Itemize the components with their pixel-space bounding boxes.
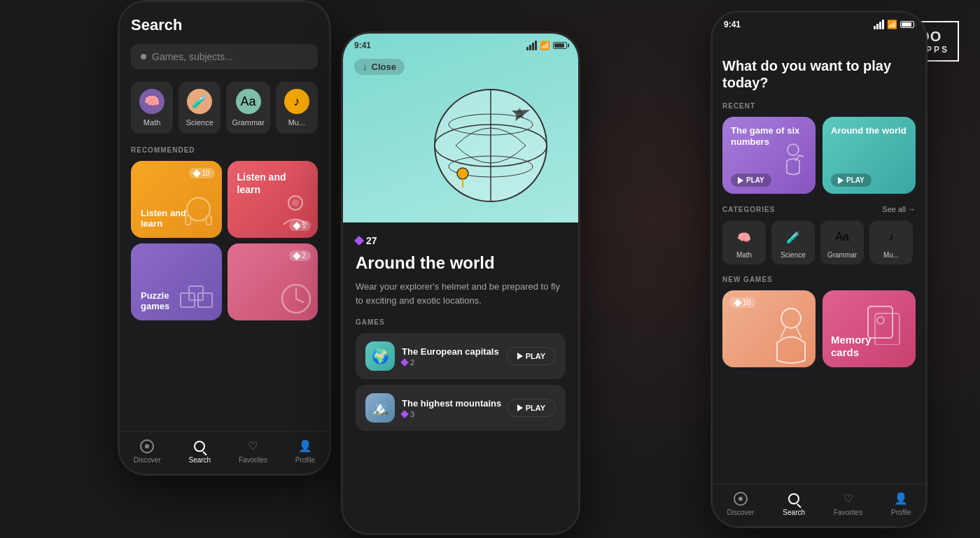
- card-puzzle-games[interactable]: Puzzlegames: [131, 243, 222, 320]
- new-games-section-header: NEW GAMES: [722, 276, 916, 283]
- nav-profile[interactable]: 👤 Profile: [295, 439, 315, 464]
- search-bar[interactable]: Games, subjects...: [131, 44, 318, 69]
- home-cat-math-label: Math: [736, 251, 752, 259]
- status-icons: 📶: [526, 41, 567, 50]
- person-new-game-illustration: [760, 304, 816, 367]
- play-recent-2[interactable]: PLAY: [831, 174, 872, 187]
- new-game-card-2[interactable]: Memorycards: [822, 290, 916, 367]
- games-section-label: GAMES: [356, 318, 566, 326]
- phone3-favorites-icon: ♡: [841, 491, 856, 507]
- play-button-1[interactable]: PLAY: [507, 347, 556, 365]
- svg-line-10: [296, 299, 303, 302]
- cards-grid: 10 Listen andlearn Listen andlearn: [131, 161, 318, 320]
- phone3-wifi-icon: 📶: [887, 20, 897, 29]
- nav-discover-label: Discover: [134, 456, 161, 464]
- phone3-discover-icon: [733, 491, 748, 507]
- cat-music[interactable]: ♪ Mu...: [276, 82, 318, 134]
- play-label-1: PLAY: [526, 352, 545, 360]
- home-cat-music[interactable]: ♪ Mu...: [869, 220, 913, 264]
- guitar-illustration: [774, 141, 813, 180]
- person-icon: 👤: [298, 441, 312, 452]
- cat-science[interactable]: 🧪 Science: [178, 82, 220, 134]
- game-name-1: The European capitals: [402, 346, 499, 357]
- discover-icon: [139, 439, 155, 454]
- phone3-nav-favorites-label: Favorites: [834, 509, 862, 516]
- close-arrow-icon: ↓: [363, 62, 368, 72]
- new-game-card-1[interactable]: 10: [722, 290, 816, 367]
- phone3-nav-search[interactable]: Search: [783, 491, 805, 516]
- svg-rect-20: [868, 306, 892, 338]
- game-row-2-left: 🏔️ The highest mountains 3: [365, 393, 501, 423]
- phone3-signal-icon: [874, 20, 884, 29]
- card-label-3: Puzzlegames: [141, 290, 169, 312]
- game-info-2: The highest mountains 3: [402, 398, 501, 418]
- phone3-nav-profile[interactable]: 👤 Profile: [891, 491, 911, 516]
- phone3-nav-discover[interactable]: Discover: [727, 491, 754, 516]
- home-cat-music-label: Mu...: [883, 251, 899, 259]
- home-cat-math[interactable]: 🧠 Math: [722, 220, 766, 264]
- cat-math[interactable]: 🧠 Math: [131, 82, 173, 134]
- game-row-2: 🏔️ The highest mountains 3 PLAY: [356, 385, 566, 431]
- nav-profile-label: Profile: [295, 456, 315, 464]
- phone3-status-bar: 9:41 📶: [713, 13, 925, 29]
- game-gems-1: 2: [402, 358, 499, 367]
- science-icon: 🧪: [187, 89, 212, 114]
- play-recent-1[interactable]: PLAY: [731, 174, 771, 187]
- phone3-screen: 9:41 📶 What do you want to play today? R…: [713, 13, 925, 526]
- phone-detail: 9:41 📶 ↓ Close: [341, 31, 580, 535]
- recent-card-1[interactable]: The game of six numbers PLAY: [722, 117, 816, 194]
- cat-grammar-label: Grammar: [232, 118, 264, 127]
- globe-illustration: [421, 69, 575, 222]
- search-dot-icon: [141, 54, 146, 59]
- phone3-bottom-nav: Discover Search ♡ Favorites 👤 Profile: [713, 483, 925, 526]
- phone2-screen: 9:41 📶 ↓ Close: [343, 34, 578, 533]
- phone-search: Search Games, subjects... 🧠 Math 🧪 Scien…: [118, 0, 331, 476]
- wifi-icon: 📶: [540, 41, 550, 50]
- puzzle-illustration: [177, 283, 219, 318]
- phone1-bottom-nav: Discover Search ♡ Favorites 👤 Profile: [120, 431, 329, 474]
- recent-card-2[interactable]: Around the world PLAY: [822, 117, 916, 194]
- math-icon: 🧠: [139, 89, 164, 114]
- home-cat-grammar[interactable]: Aa Grammar: [820, 220, 864, 264]
- nav-search[interactable]: Search: [188, 439, 211, 464]
- see-all-link[interactable]: See all →: [882, 205, 916, 213]
- close-button[interactable]: ↓ Close: [354, 59, 405, 75]
- card-listen-learn-red[interactable]: Listen andlearn 5: [227, 161, 318, 238]
- recent-section-header: RECENT: [722, 102, 916, 110]
- recommended-label: RECOMMENDED: [131, 146, 318, 154]
- nav-discover[interactable]: Discover: [134, 439, 161, 464]
- card-listen-learn-yellow[interactable]: 10 Listen andlearn: [131, 161, 222, 238]
- card-label-2: Listen andlearn: [237, 171, 286, 195]
- card-badge-1: 10: [189, 168, 214, 178]
- phone3-nav-favorites[interactable]: ♡ Favorites: [834, 491, 862, 516]
- card-pink[interactable]: 2: [227, 243, 318, 320]
- cat-math-label: Math: [144, 118, 160, 127]
- play-button-2[interactable]: PLAY: [507, 399, 556, 417]
- cat-grammar[interactable]: Aa Grammar: [226, 82, 270, 134]
- search-placeholder: Games, subjects...: [152, 51, 233, 62]
- grammar-icon: Aa: [236, 89, 261, 114]
- heart-icon: ♡: [248, 441, 258, 452]
- search-icon: [192, 439, 207, 454]
- play-tri-1: [738, 177, 743, 184]
- home-math-icon: 🧠: [733, 226, 755, 248]
- card-badge-4: 2: [289, 250, 311, 261]
- disc-icon: [140, 439, 154, 453]
- home-cat-grammar-label: Grammar: [827, 251, 857, 259]
- signal-bars-icon: [526, 41, 537, 50]
- home-cat-science[interactable]: 🧪 Science: [771, 220, 815, 264]
- phone3-content: What do you want to play today? RECENT T…: [713, 29, 925, 501]
- favorites-icon: ♡: [245, 439, 260, 454]
- home-music-icon: ♪: [880, 226, 902, 248]
- gem-count-1: 10: [743, 299, 750, 306]
- gems-count-1: 2: [410, 358, 414, 367]
- phone3-search-icon: [786, 491, 802, 507]
- new-games-label: NEW GAMES: [722, 276, 773, 283]
- game-title: Around the world: [356, 253, 566, 273]
- score-badge: 27: [356, 235, 566, 246]
- svg-point-16: [457, 168, 468, 179]
- person-illustration: [276, 193, 315, 235]
- phone2-status-bar: 9:41 📶: [343, 34, 578, 50]
- card-label-1: Listen andlearn: [141, 208, 186, 229]
- nav-favorites[interactable]: ♡ Favorites: [239, 439, 267, 464]
